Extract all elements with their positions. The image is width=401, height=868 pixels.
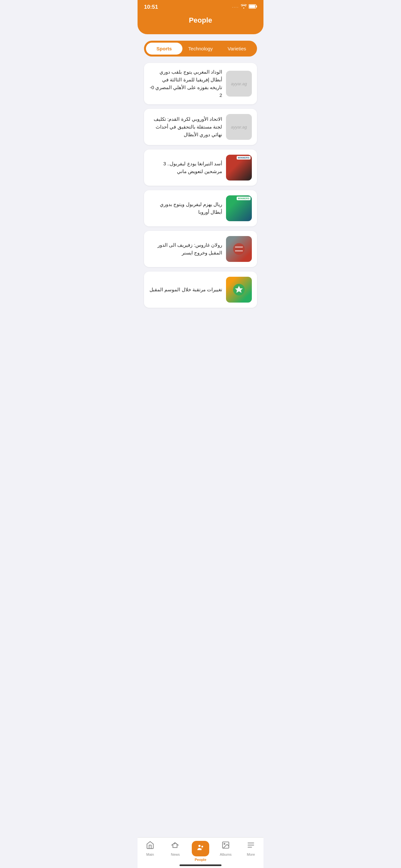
news-text-2: الاتحاد الأوروبي لكرة القدم: تكليف لجنة … — [149, 115, 222, 138]
svg-rect-1 — [256, 5, 257, 7]
status-icons: ···· — [232, 4, 257, 10]
news-image-4: WINNERS — [226, 195, 252, 221]
page-header: People — [137, 13, 264, 34]
category-varieties[interactable]: Varieties — [219, 42, 255, 55]
category-sports[interactable]: Sports — [146, 42, 182, 55]
news-image-5 — [226, 236, 252, 262]
news-text-1: الوداد المغربي يتوج بلقب دوري أبطال إفري… — [149, 68, 222, 99]
news-card-5[interactable]: رولان غاروس: زفيريف الى الدور المقبل وخر… — [144, 231, 257, 267]
news-image-6 — [226, 277, 252, 303]
news-card-6[interactable]: تغييرات مرتقبة خلال الموسم المقبل — [144, 272, 257, 308]
news-card-4[interactable]: ريال يهزم ليفربول ويتوج بدوري أبطال أورو… — [144, 190, 257, 226]
news-image-3: WINNERS — [226, 155, 252, 181]
svg-point-3 — [233, 243, 245, 255]
page-title: People — [144, 16, 257, 25]
category-bar: Sports Technology Varieties — [144, 41, 257, 57]
status-time: 10:51 — [144, 4, 158, 10]
news-card-3[interactable]: أسد التيرانغا يودع ليفربول.. 3 مرشحين لت… — [144, 150, 257, 186]
news-image-1: ayyar.ag — [226, 71, 252, 97]
svg-rect-2 — [249, 5, 255, 8]
battery-icon — [249, 4, 257, 10]
news-text-6: تغييرات مرتقبة خلال الموسم المقبل — [149, 286, 222, 293]
news-text-4: ريال يهزم ليفربول ويتوج بدوري أبطال أورو… — [149, 200, 222, 216]
news-text-3: أسد التيرانغا يودع ليفربول.. 3 مرشحين لت… — [149, 160, 222, 175]
news-image-2: ayyar.ag — [226, 114, 252, 140]
news-card-2[interactable]: الاتحاد الأوروبي لكرة القدم: تكليف لجنة … — [144, 109, 257, 145]
status-bar: 10:51 ···· — [137, 0, 264, 13]
category-technology[interactable]: Technology — [182, 42, 219, 55]
wifi-icon — [241, 4, 247, 10]
news-card-1[interactable]: الوداد المغربي يتوج بلقب دوري أبطال إفري… — [144, 63, 257, 104]
signal-icon: ···· — [232, 5, 239, 9]
news-list: الوداد المغربي يتوج بلقب دوري أبطال إفري… — [137, 60, 264, 334]
news-text-5: رولان غاروس: زفيريف الى الدور المقبل وخر… — [149, 241, 222, 257]
